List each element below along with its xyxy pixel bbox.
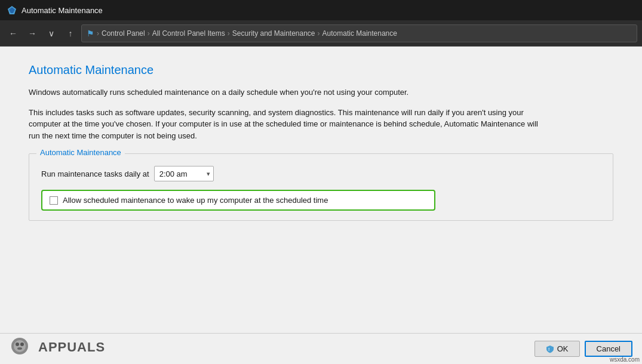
bottom-bar: APPUALS ! OK Cancel — [0, 333, 642, 364]
svg-text:!: ! — [548, 347, 549, 351]
breadcrumb-sep-3: › — [228, 29, 230, 38]
title-bar: Automatic Maintenance — [0, 0, 642, 20]
appuals-text: APPUALS — [38, 340, 105, 355]
svg-point-4 — [16, 343, 19, 346]
breadcrumb-sep-1: › — [97, 29, 99, 38]
ok-button[interactable]: ! OK — [535, 341, 580, 357]
description-2: This includes tasks such as software upd… — [29, 107, 542, 142]
recent-button[interactable]: ∨ — [43, 25, 60, 42]
breadcrumb-item-control-panel[interactable]: Control Panel — [102, 29, 145, 38]
address-bar: ← → ∨ ↑ ⚑ › Control Panel › All Control … — [0, 20, 642, 47]
svg-point-3 — [14, 340, 26, 352]
up-button[interactable]: ↑ — [62, 25, 79, 42]
auto-maintenance-section: Automatic Maintenance Run maintenance ta… — [29, 153, 613, 221]
watermark: APPUALS — [5, 335, 105, 359]
wake-up-label[interactable]: Allow scheduled maintenance to wake up m… — [63, 196, 328, 205]
breadcrumb-sep-2: › — [148, 29, 150, 38]
run-maintenance-row: Run maintenance tasks daily at 12:00 am … — [41, 166, 601, 181]
title-bar-icon — [7, 5, 17, 15]
forward-button[interactable]: → — [24, 25, 41, 42]
wsxda-watermark: wsxda.com — [610, 356, 640, 363]
cancel-label: Cancel — [597, 344, 621, 353]
svg-point-5 — [20, 343, 24, 346]
title-bar-text: Automatic Maintenance — [21, 6, 103, 15]
time-select[interactable]: 12:00 am 1:00 am 2:00 am 3:00 am 4:00 am — [154, 166, 214, 181]
breadcrumb-item-all-items[interactable]: All Control Panel Items — [152, 29, 225, 38]
time-select-wrapper[interactable]: 12:00 am 1:00 am 2:00 am 3:00 am 4:00 am — [154, 166, 214, 181]
shield-icon: ! — [546, 345, 554, 353]
breadcrumb: ⚑ › Control Panel › All Control Panel It… — [81, 24, 637, 42]
wake-up-checkbox[interactable] — [50, 196, 58, 205]
svg-point-6 — [17, 347, 22, 350]
breadcrumb-flag-icon: ⚑ — [87, 29, 94, 38]
wake-up-checkbox-row: Allow scheduled maintenance to wake up m… — [41, 190, 435, 211]
description-1: Windows automatically runs scheduled mai… — [29, 87, 542, 98]
ok-label: OK — [557, 344, 569, 353]
breadcrumb-sep-4: › — [318, 29, 320, 38]
breadcrumb-item-auto-maintenance[interactable]: Automatic Maintenance — [322, 29, 397, 38]
main-content: Automatic Maintenance Windows automatica… — [0, 47, 642, 364]
breadcrumb-item-security[interactable]: Security and Maintenance — [232, 29, 315, 38]
cancel-button[interactable]: Cancel — [585, 341, 632, 357]
section-legend: Automatic Maintenance — [36, 148, 125, 157]
appuals-logo-icon — [5, 335, 35, 359]
back-button[interactable]: ← — [5, 25, 21, 42]
content-area: Automatic Maintenance Windows automatica… — [0, 47, 642, 364]
run-maintenance-label: Run maintenance tasks daily at — [41, 169, 149, 178]
page-title: Automatic Maintenance — [29, 63, 613, 77]
